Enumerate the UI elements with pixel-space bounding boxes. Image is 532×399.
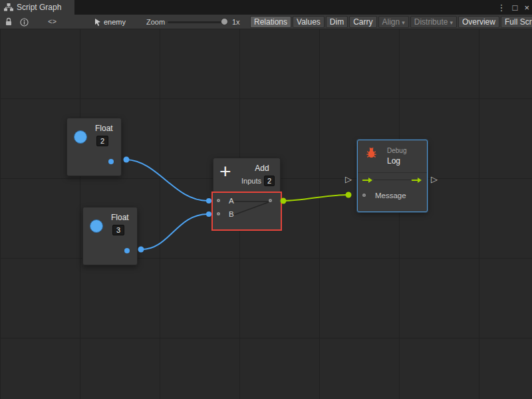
float2-value-field[interactable]: 3 xyxy=(112,225,124,235)
zoom-value: 1x xyxy=(232,18,240,26)
window-controls: ⋮ □ × xyxy=(497,0,529,15)
graph-icon xyxy=(4,3,13,11)
add-inputs-label: Inputs xyxy=(241,177,261,185)
carry-button[interactable]: Carry xyxy=(349,16,376,28)
dim-button[interactable]: Dim xyxy=(326,16,348,28)
debug-log-node[interactable]: Debug Log Message xyxy=(357,140,428,212)
add-output-port[interactable] xyxy=(269,199,272,202)
add-inputs-row: Inputs 2 xyxy=(241,176,275,186)
float1-value-field[interactable]: 2 xyxy=(96,136,108,146)
flow-relation-line xyxy=(374,180,411,180)
title-bar: Script Graph ⋮ □ × xyxy=(0,0,532,15)
float-node-2[interactable]: Float 3 xyxy=(82,207,138,265)
add-inputs-count-field[interactable]: 2 xyxy=(264,176,275,186)
add-input-b-port[interactable] xyxy=(217,212,220,215)
add-input-a-port[interactable] xyxy=(217,199,220,202)
float2-output-port[interactable] xyxy=(124,248,130,253)
float2-title: Float xyxy=(111,213,129,222)
float1-output-port[interactable] xyxy=(108,159,114,164)
zoom-slider[interactable] xyxy=(168,21,227,23)
values-button[interactable]: Values xyxy=(293,16,325,28)
debug-node-title: Log xyxy=(387,156,400,166)
distribute-label: Distribute xyxy=(414,17,448,27)
float2-value-port[interactable] xyxy=(90,219,103,233)
fullscreen-button[interactable]: Full Screen xyxy=(501,16,532,28)
align-label: Align xyxy=(382,17,400,27)
debug-node-category: Debug xyxy=(387,147,406,154)
message-input-port[interactable] xyxy=(362,194,366,197)
code-view-icon[interactable]: <> xyxy=(48,18,57,26)
distribute-button[interactable]: Distribute ▾ xyxy=(410,16,457,28)
toolbar-button-group: Relations Values Dim Carry Align ▾ Distr… xyxy=(250,16,532,28)
tab-title: Script Graph xyxy=(17,3,61,12)
tab-script-graph[interactable]: Script Graph xyxy=(0,0,74,15)
zoom-label: Zoom xyxy=(146,18,165,26)
lock-icon[interactable] xyxy=(5,17,13,27)
chevron-down-icon: ▾ xyxy=(450,19,453,26)
menu-icon[interactable]: ⋮ xyxy=(497,3,506,13)
graph-toolbar: <> enemy Zoom 1x Relations Values Dim Ca… xyxy=(0,15,532,29)
maximize-icon[interactable]: □ xyxy=(513,3,518,13)
info-icon[interactable] xyxy=(20,18,29,27)
align-button[interactable]: Align ▾ xyxy=(378,16,409,28)
flow-output-arrow-icon[interactable] xyxy=(412,177,422,184)
add-node-header[interactable]: + Add Inputs 2 xyxy=(213,158,281,192)
overview-button[interactable]: Overview xyxy=(458,16,499,28)
add-node-ports[interactable]: A B xyxy=(211,192,282,231)
node-separator xyxy=(358,172,427,173)
flow-input-arrow-icon[interactable] xyxy=(362,177,373,184)
add-port-b-label: B xyxy=(229,210,234,218)
bug-icon xyxy=(365,146,378,159)
add-port-a-label: A xyxy=(229,197,234,205)
message-port-label: Message xyxy=(375,192,406,200)
script-graph-window: Script Graph ⋮ □ × <> enemy Zoom 1x Rela… xyxy=(0,0,532,399)
flow-in-triangle-icon[interactable]: ▷ xyxy=(345,174,352,184)
float1-title: Float xyxy=(95,124,113,133)
graph-pointer-icon xyxy=(94,18,102,27)
chevron-down-icon: ▾ xyxy=(402,19,405,26)
zoom-slider-handle[interactable] xyxy=(221,18,228,25)
add-node-title: Add xyxy=(245,164,279,173)
float1-value-port[interactable] xyxy=(74,130,87,144)
graph-name[interactable]: enemy xyxy=(104,18,126,26)
relations-button[interactable]: Relations xyxy=(250,16,291,28)
plus-icon: + xyxy=(219,160,231,183)
flow-out-triangle-icon[interactable]: ▷ xyxy=(431,174,438,184)
close-icon[interactable]: × xyxy=(524,3,529,13)
float-node-1[interactable]: Float 2 xyxy=(66,118,122,176)
